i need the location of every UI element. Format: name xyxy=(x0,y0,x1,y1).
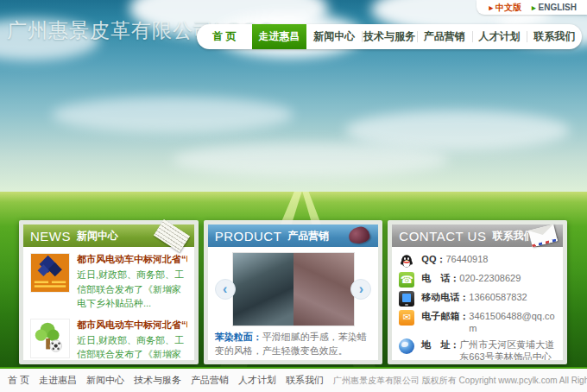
product-carousel xyxy=(215,253,372,326)
contact-label: QQ： xyxy=(421,253,445,265)
contact-label: 电 话： xyxy=(421,272,459,284)
nav-item-products[interactable]: 产品营销 xyxy=(417,24,472,49)
contact-value-phone: 020-22308629 xyxy=(459,272,521,284)
news-item-title[interactable]: 都市风电动车中标河北省“电动... xyxy=(77,253,187,266)
lang-english-label: ENGLISH xyxy=(539,3,577,12)
leather-sample-dark xyxy=(233,253,294,326)
carousel-prev-button[interactable] xyxy=(215,279,236,300)
nav-item-news[interactable]: 新闻中心 xyxy=(306,24,362,49)
news-item[interactable]: 都市风电动车中标河北省“电动... 近日,财政部、商务部、工信部联合发布了《新增… xyxy=(30,253,187,311)
product-panel-body: 苯染粒面：平滑细腻的手感，苯染蜡变的风格，产生轻微变色效应。 xyxy=(208,247,379,360)
mobile-phone-icon xyxy=(399,291,414,307)
globe-icon xyxy=(399,338,414,354)
contact-panel-body: QQ： 76440918 电 话： 020-22308629 移动电话： 136… xyxy=(392,247,563,360)
news-item-text: 都市风电动车中标河北省“电动... 近日,财政部、商务部、工信部联合发布了《新增… xyxy=(77,319,187,361)
contact-value-email[interactable]: 3461506488@qq.com xyxy=(469,310,556,335)
page: 广州惠景皮革有限公司LOGO 中文版 ENGLISH 首 页 走进惠昌 新闻中心… xyxy=(0,0,587,392)
nav-item-services[interactable]: 技术与服务 xyxy=(362,24,417,49)
lang-chinese-link[interactable]: 中文版 xyxy=(489,2,521,14)
contact-title-en: CONTACT US xyxy=(399,229,486,243)
nav-item-about[interactable]: 走进惠昌 xyxy=(252,24,307,49)
footer-link-home[interactable]: 首 页 xyxy=(8,374,29,387)
news-item-excerpt: 近日,财政部、商务部、工信部联合发布了《新增家电下乡补贴品种... xyxy=(77,268,187,311)
news-panel-header: NEWS 新闻中心 xyxy=(23,224,194,247)
footer-link-news[interactable]: 新闻中心 xyxy=(86,374,124,387)
language-bar: 中文版 ENGLISH xyxy=(477,0,587,15)
main-nav: 首 页 走进惠昌 新闻中心 技术与服务 产品营销 人才计划 联系我们 xyxy=(197,24,582,49)
news-panel: NEWS 新闻中心 都市风电动车中标河北省“电动 xyxy=(19,220,199,364)
news-item[interactable]: 都市风电动车中标河北省“电动... 近日,财政部、商务部、工信部联合发布了《新增… xyxy=(30,319,187,361)
product-name-link[interactable]: 苯染粒面： xyxy=(215,332,262,342)
product-panel: PRODUCT 产品营销 苯染粒面：平滑细腻的手感，苯染蜡变的风格，产生轻微变色… xyxy=(204,220,383,364)
cloud xyxy=(173,142,449,177)
footer-link-contact[interactable]: 联系我们 xyxy=(286,374,324,387)
contact-row-mobile: 移动电话： 13660587832 xyxy=(399,291,556,307)
copyright-text: 广州惠景皮革有限公司 版权所有 Copyright www.pcylk.com … xyxy=(333,375,587,387)
leather-swatch-icon xyxy=(348,225,371,246)
footer-link-products[interactable]: 产品营销 xyxy=(191,374,229,387)
contact-value-qq: 76440918 xyxy=(445,253,488,265)
contact-label: 地 址： xyxy=(421,338,459,351)
footer-links: 首 页 走进惠昌 新闻中心 技术与服务 产品营销 人才计划 联系我们 xyxy=(8,374,333,387)
cloud xyxy=(52,97,294,133)
news-panel-body: 都市风电动车中标河北省“电动... 近日,财政部、商务部、工信部联合发布了《新增… xyxy=(23,247,194,360)
news-thumbnail-tree xyxy=(30,319,70,358)
content-panels: NEWS 新闻中心 都市风电动车中标河北省“电动 xyxy=(19,220,567,364)
contact-label: 电子邮箱： xyxy=(421,310,469,322)
contact-row-phone: 电 话： 020-22308629 xyxy=(399,272,556,288)
news-title-en: NEWS xyxy=(30,229,71,243)
news-title-cn: 新闻中心 xyxy=(77,229,118,243)
product-panel-header: PRODUCT 产品营销 xyxy=(208,224,379,247)
footer: 首 页 走进惠昌 新闻中心 技术与服务 产品营销 人才计划 联系我们 广州惠景皮… xyxy=(0,367,587,392)
contact-panel-header: CONTACT US 联系我们 xyxy=(392,224,563,247)
nav-item-careers[interactable]: 人才计划 xyxy=(472,24,527,49)
contact-row-qq: QQ： 76440918 xyxy=(399,253,556,269)
news-item-title[interactable]: 都市风电动车中标河北省“电动... xyxy=(77,319,187,332)
contact-row-email: 电子邮箱： 3461506488@qq.com xyxy=(399,310,556,335)
news-item-text: 都市风电动车中标河北省“电动... 近日,财政部、商务部、工信部联合发布了《新增… xyxy=(77,253,187,311)
lang-english-link[interactable]: ENGLISH xyxy=(532,3,577,12)
nav-item-home[interactable]: 首 页 xyxy=(197,24,252,49)
arrow-right-icon xyxy=(532,3,536,12)
contact-label: 移动电话： xyxy=(421,291,469,303)
news-thumbnail-logo xyxy=(30,253,70,293)
product-title-cn: 产品营销 xyxy=(287,229,329,243)
contact-row-address: 地 址： 广州市天河区黄埔大道东663号美林饰品中心1-B28 xyxy=(399,338,556,360)
email-icon xyxy=(399,310,414,326)
footer-link-services[interactable]: 技术与服务 xyxy=(134,374,181,387)
qq-icon xyxy=(399,253,414,269)
contact-value-mobile: 13660587832 xyxy=(469,291,527,303)
contact-panel: CONTACT US 联系我们 QQ： xyxy=(388,220,567,364)
lang-chinese-label: 中文版 xyxy=(495,2,521,14)
arrow-right-icon xyxy=(489,3,493,12)
product-title-en: PRODUCT xyxy=(215,229,282,243)
product-description: 苯染粒面：平滑细腻的手感，苯染蜡变的风格，产生轻微变色效应。 xyxy=(215,331,372,358)
carousel-next-button[interactable] xyxy=(350,279,371,300)
footer-link-careers[interactable]: 人才计划 xyxy=(238,374,276,387)
leather-sample-brown xyxy=(294,253,354,326)
contact-value-address: 广州市天河区黄埔大道东663号美林饰品中心1-B28 xyxy=(459,338,556,360)
news-item-excerpt: 近日,财政部、商务部、工信部联合发布了《新增家电下乡补贴品种... xyxy=(77,333,187,361)
phone-icon xyxy=(399,272,414,288)
product-image[interactable] xyxy=(233,253,354,326)
footer-link-about[interactable]: 走进惠昌 xyxy=(39,374,77,387)
nav-item-contact[interactable]: 联系我们 xyxy=(527,24,582,49)
